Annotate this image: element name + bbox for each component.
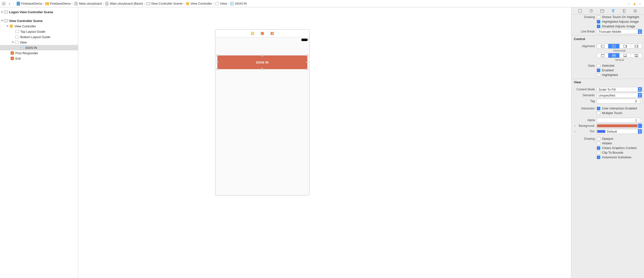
shows-touch-checkbox[interactable] [597,15,600,19]
svg-rect-8 [579,9,582,13]
crumb-storyboard[interactable]: Main.storyboard [74,2,102,5]
first-responder-icon[interactable] [260,31,264,35]
align-center-button[interactable] [608,44,620,48]
scene-dock [216,29,309,37]
resize-handle-icon[interactable] [306,61,308,63]
autoresize-label: Autoresize Subviews [602,155,632,159]
align-middle-button[interactable] [608,53,620,58]
align-top-button[interactable] [597,53,608,58]
chevron-updown-icon [638,87,642,92]
interface-builder-canvas[interactable]: SIGN IN [78,7,571,278]
history-back-icon[interactable]: ‹ [627,1,631,6]
warning-icon[interactable]: ▲ [633,1,636,5]
background-label: Background [576,124,596,128]
crumb-storyboard-base[interactable]: Main.storyboard (Base) [104,2,143,5]
outline-scene-main[interactable]: View Controller Scene [0,18,78,23]
crumb-folder[interactable]: FirebaseDemo [45,2,72,5]
state-label: State [573,64,597,67]
chevron-updown-icon[interactable] [638,124,642,128]
outline-top-layout-guide[interactable]: Top Layout Guide [0,29,78,34]
align-left-button[interactable] [597,44,608,48]
outline-view-controller[interactable]: View Controller [0,23,78,29]
clears-graphics-checkbox[interactable] [597,146,600,150]
line-break-popup[interactable]: Truncate Middle [597,29,642,34]
resize-handle-icon[interactable] [261,55,263,56]
alpha-field[interactable]: 1▴▾ [597,118,642,123]
stepper-icon[interactable]: ▴▾ [638,99,642,103]
crumb-view[interactable]: View [215,2,228,5]
attributes-inspector-tab-icon[interactable] [611,9,616,13]
connections-inspector-tab-icon[interactable] [633,9,638,13]
align-vfill-button[interactable] [631,53,642,58]
resize-handle-icon[interactable] [216,55,218,56]
nav-back-icon[interactable]: ‹ [7,1,12,6]
outline-signin-button[interactable]: BSIGN IN [0,45,78,50]
stepper-icon[interactable]: ▴▾ [638,118,642,122]
user-interaction-checkbox[interactable] [597,107,600,110]
clip-to-bounds-label: Clip To Bounds [602,151,623,154]
crumb-signin[interactable]: BSIGN IN [230,2,247,5]
nav-forward-icon[interactable]: › [12,1,16,6]
user-interaction-label: User Interaction Enabled [602,106,637,110]
align-fill-button[interactable] [631,44,642,48]
clears-graphics-label: Clears Graphics Context [602,146,637,150]
crumb-project[interactable]: FirebaseDemo [16,2,42,5]
svg-text:?: ? [590,9,592,12]
outline-view[interactable]: View [0,39,78,45]
status-bar [216,37,309,42]
vertical-alignment-segmented[interactable] [597,53,642,58]
file-inspector-tab-icon[interactable] [578,9,582,13]
background-colorwell[interactable] [596,124,638,128]
autoresize-checkbox[interactable] [597,156,600,159]
semantic-popup[interactable]: Unspecified [597,93,642,98]
document-outline: Logon View Controller Scene View Control… [0,7,78,278]
align-bottom-button[interactable] [620,53,631,58]
resize-handle-icon[interactable] [216,61,218,63]
resize-handle-icon[interactable] [261,68,263,70]
signin-button[interactable]: SIGN IN [217,55,307,69]
tag-label: Tag [573,99,597,103]
disabled-adjusts-checkbox[interactable] [597,25,600,28]
breadcrumb-bar: ‹ › FirebaseDemo› FirebaseDemo› Main.sto… [0,0,644,7]
help-inspector-tab-icon[interactable]: ? [589,9,594,13]
drawing-label: Drawing [573,15,597,19]
tag-field[interactable]: 0▴▾ [597,99,642,104]
outline-exit[interactable]: Exit [0,56,78,61]
crumb-scene[interactable]: View Controller Scene [146,2,183,5]
alpha-label: Alpha [573,118,597,122]
size-inspector-tab-icon[interactable] [622,9,626,13]
history-forward-icon[interactable]: › [638,1,642,6]
crumb-view-controller[interactable]: View Controller [185,2,212,5]
outline-scene-logon[interactable]: Logon View Controller Scene [0,9,78,15]
state-enabled-checkbox[interactable] [597,69,600,72]
resize-handle-icon[interactable] [306,68,308,70]
tint-popup[interactable]: Default [596,129,642,134]
align-right-button[interactable] [620,44,631,48]
svg-point-5 [252,33,253,34]
alignment-label: Alignment [573,44,597,48]
hidden-checkbox[interactable] [597,142,600,145]
content-mode-popup[interactable]: Scale To Fill [597,87,642,92]
clip-to-bounds-checkbox[interactable] [597,151,600,154]
resize-handle-icon[interactable] [216,68,218,70]
breadcrumb: FirebaseDemo› FirebaseDemo› Main.storybo… [16,1,627,5]
identity-inspector-tab-icon[interactable] [600,9,604,13]
state-highlighted-checkbox[interactable] [597,73,600,77]
outline-first-responder[interactable]: First Responder [0,50,78,56]
highlighted-adjusts-checkbox[interactable] [597,20,600,23]
svg-rect-1 [4,2,5,3]
exit-icon[interactable] [270,31,274,35]
chevron-updown-icon [638,129,642,134]
related-items-icon[interactable] [2,2,6,5]
outline-bottom-layout-guide[interactable]: Bottom Layout Guide [0,34,78,39]
view-controller-icon[interactable] [250,31,254,35]
opaque-checkbox[interactable] [597,137,600,140]
state-selected-label: Selected [602,64,614,67]
state-selected-checkbox[interactable] [597,64,600,67]
battery-icon [302,39,307,41]
multiple-touch-checkbox[interactable] [597,111,600,115]
horizontal-alignment-segmented[interactable] [597,44,642,49]
disabled-adjusts-label: Disabled Adjusts Image [602,24,635,28]
highlighted-adjusts-label: Highlighted Adjusts Image [602,20,638,23]
resize-handle-icon[interactable] [306,55,308,56]
